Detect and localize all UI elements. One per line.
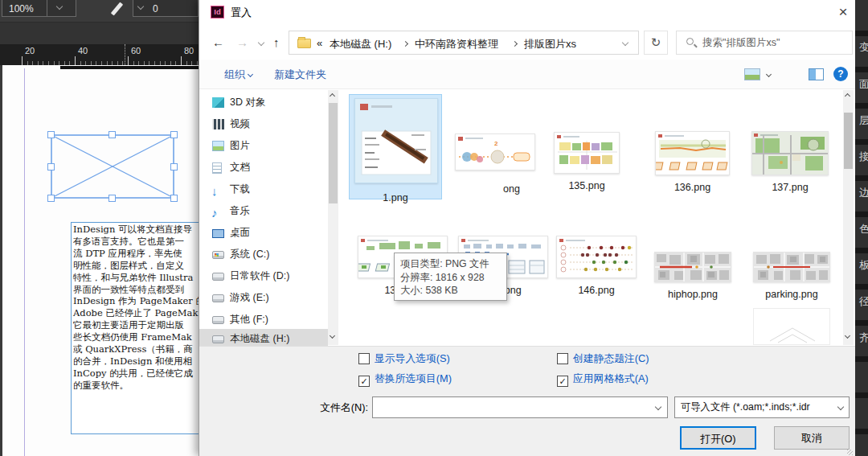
chevron-down-icon[interactable] — [655, 404, 661, 410]
breadcrumb-item-folder[interactable]: 中环南路资料整理 — [415, 37, 498, 51]
file-item[interactable]: 135.png — [554, 132, 620, 191]
option-apply-grid-format[interactable]: ✓应用网格格式(A) — [557, 372, 649, 387]
scroll-up-icon[interactable] — [330, 93, 335, 99]
file-name[interactable]: ong — [503, 183, 520, 195]
frame-handle[interactable] — [47, 163, 55, 170]
sidebar-item-videos[interactable]: 视频 — [199, 114, 328, 134]
open-button[interactable]: 打开(O) — [680, 426, 756, 450]
chevron-down-icon — [248, 72, 253, 77]
option-replace-selected-item[interactable]: ✓替换所选项目(M) — [358, 372, 452, 387]
forward-button[interactable]: → — [236, 35, 248, 49]
download-arrow-icon: ↓ — [211, 181, 224, 201]
scrollbar-thumb[interactable] — [844, 113, 853, 169]
file-name: hiphop.png — [654, 289, 731, 300]
frame-handle[interactable] — [108, 195, 116, 202]
placeholder-graphic-frame[interactable] — [51, 134, 174, 199]
breadcrumb-item-current[interactable]: 排版图片xs — [524, 37, 576, 51]
panel-tab[interactable]: 边 — [859, 186, 868, 200]
filetype-value: 可导入文件 (*.oam;*.inds;*.idr — [681, 401, 810, 413]
pen-tool-icon[interactable] — [111, 2, 123, 15]
checkbox-checked[interactable]: ✓ — [557, 376, 568, 387]
panel-tab[interactable]: 齐 — [859, 331, 868, 345]
dialog-command-bar: 组织 新建文件夹 ? — [199, 60, 855, 89]
file-item[interactable]: 146.png — [556, 236, 637, 296]
scroll-up-icon[interactable] — [845, 93, 850, 99]
panel-tab[interactable]: 层 — [859, 113, 868, 128]
breadcrumb[interactable]: « 本地磁盘 (H:) 中环南路资料整理 排版图片xs — [289, 31, 639, 55]
organize-menu[interactable]: 组织 — [224, 68, 252, 82]
search-input[interactable] — [702, 35, 847, 51]
file-item[interactable]: 136.png — [655, 131, 730, 193]
zoom-level-value: 100% — [9, 3, 34, 14]
close-button[interactable]: × — [833, 2, 854, 23]
file-item[interactable]: 137.png — [751, 131, 829, 193]
checkbox[interactable] — [358, 353, 370, 364]
scroll-down-icon[interactable] — [845, 333, 850, 339]
file-list-scrollbar[interactable] — [843, 90, 854, 345]
ruler-tick-label: 20 — [25, 46, 35, 55]
refresh-button[interactable]: ↻ — [644, 31, 668, 55]
checkbox-checked[interactable]: ✓ — [358, 376, 370, 387]
file-item[interactable]: parking.png — [753, 252, 830, 300]
new-folder-button[interactable]: 新建文件夹 — [274, 68, 326, 82]
svg-text:2: 2 — [494, 140, 498, 147]
sidebar-item-drive-e[interactable]: 游戏 (E:) — [199, 288, 328, 308]
sidebar-item-desktop[interactable]: 桌面 — [199, 223, 328, 243]
docked-panels-strip[interactable]: 变 面 层 接 边 色 板 径 齐 — [855, 0, 868, 456]
tooltip-resolution: 分辨率: 1816 x 928 — [400, 271, 501, 285]
zoom-level-control[interactable]: 100% — [2, 0, 76, 17]
toolbar-value-control[interactable]: 0 — [133, 0, 199, 17]
cancel-button[interactable]: 取消 — [774, 426, 850, 450]
scrollbar-thumb[interactable] — [329, 103, 338, 203]
sidebar-item-downloads[interactable]: ↓下载 — [199, 179, 328, 199]
chevron-down-icon[interactable] — [56, 3, 63, 10]
sidebar-item-3d-objects[interactable]: 3D 对象 — [199, 92, 328, 113]
filename-input[interactable] — [376, 400, 649, 415]
preview-pane-icon[interactable] — [809, 68, 824, 80]
help-button[interactable]: ? — [833, 67, 848, 81]
chevron-down-icon[interactable] — [137, 3, 144, 10]
sidebar-item-documents[interactable]: 文档 — [199, 158, 328, 178]
up-button[interactable]: ↑ — [273, 35, 280, 49]
option-show-import-options[interactable]: 显示导入选项(S) — [358, 352, 450, 366]
thumbnail-view-icon[interactable] — [744, 68, 760, 80]
sidebar-item-music[interactable]: ♪音乐 — [199, 201, 328, 221]
view-options-chevron-icon[interactable] — [766, 72, 772, 77]
filename-combobox[interactable] — [372, 396, 668, 418]
dialog-title-bar[interactable]: Id 置入 × — [199, 0, 855, 24]
frame-handle[interactable] — [108, 131, 116, 138]
ruler-tick-label: 40 — [78, 46, 88, 55]
frame-handle[interactable] — [47, 131, 55, 138]
frame-handle[interactable] — [47, 195, 55, 202]
breadcrumb-dropdown-chevron-icon[interactable] — [622, 39, 628, 46]
panel-tab[interactable]: 面 — [859, 77, 868, 92]
frame-handle[interactable] — [170, 195, 178, 202]
frame-handle[interactable] — [170, 131, 178, 138]
sidebar-item-pictures[interactable]: 图片 — [199, 136, 328, 156]
panel-tab[interactable]: 变 — [859, 40, 868, 55]
search-box[interactable] — [676, 31, 853, 55]
breadcrumb-item-drive[interactable]: 本地磁盘 (H:) — [330, 37, 391, 51]
panel-tab[interactable]: 接 — [859, 150, 868, 164]
scroll-down-icon[interactable] — [330, 333, 335, 339]
screen: 100% 0 20 40 60 80 — [0, 0, 868, 456]
back-button[interactable]: ← — [212, 35, 224, 49]
panel-tab[interactable]: 径 — [859, 294, 868, 309]
file-item-partial[interactable] — [753, 308, 830, 345]
file-item[interactable]: 2 — [455, 134, 535, 170]
sidebar-item-drive-d[interactable]: 日常软件 (D:) — [199, 266, 328, 286]
frame-handle[interactable] — [170, 163, 178, 170]
file-thumbnail — [751, 131, 829, 175]
sidebar-item-drive-f[interactable]: 其他 (F:) — [199, 310, 328, 330]
file-item[interactable]: hiphop.png — [654, 252, 731, 300]
file-item-selected[interactable]: 1.png — [349, 94, 442, 199]
recent-locations-chevron-icon[interactable] — [258, 39, 264, 46]
checkbox[interactable] — [557, 353, 568, 364]
sidebar-item-drive-c[interactable]: 系统 (C:) — [199, 244, 328, 265]
panel-tab[interactable]: 色 — [859, 222, 868, 236]
panel-tab[interactable]: 板 — [859, 258, 868, 273]
sidebar-scrollbar[interactable] — [328, 90, 338, 345]
resize-grip[interactable] — [847, 450, 853, 455]
option-create-static-captions[interactable]: 创建静态题注(C) — [557, 352, 649, 366]
filetype-dropdown[interactable]: 可导入文件 (*.oam;*.inds;*.idr — [674, 396, 850, 418]
